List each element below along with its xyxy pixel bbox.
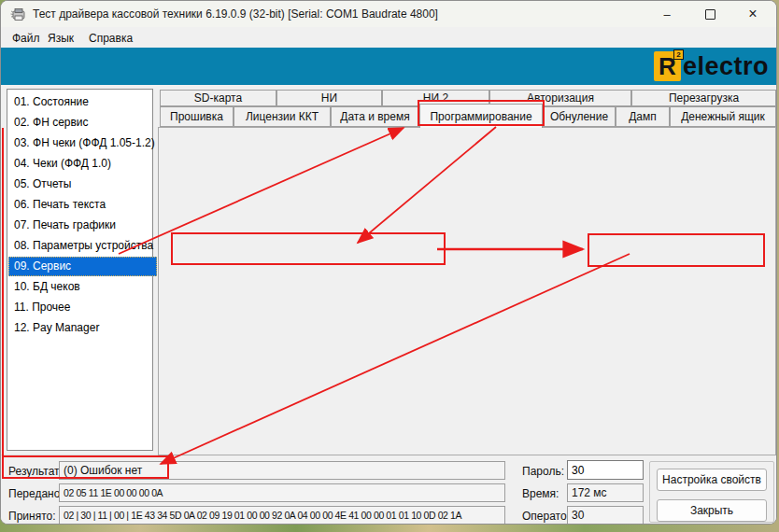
- tab-programming[interactable]: Программирование: [419, 104, 543, 128]
- properties-button[interactable]: Настройка свойств: [657, 469, 767, 491]
- sidebar-item-print-graphics[interactable]: 07. Печать графики: [8, 216, 157, 235]
- brand-banner: R 2 electro: [1, 48, 777, 85]
- sent-field: 02 05 11 1E 00 00 00 0A: [59, 483, 505, 502]
- menu-language[interactable]: Язык: [42, 30, 79, 47]
- sent-label: Передано:: [8, 487, 64, 500]
- minimize-icon: –: [663, 7, 670, 21]
- sidebar-item-reports[interactable]: 05. Отчеты: [8, 175, 157, 194]
- result-label: Результат:: [8, 465, 63, 478]
- tab-reboot[interactable]: Перезагрузка: [631, 90, 776, 106]
- sidebar-item-state[interactable]: 01. Состояние: [8, 92, 157, 112]
- properties-button-label: Настройка свойств: [662, 473, 761, 486]
- tab-date-time[interactable]: Дата и время: [331, 106, 419, 127]
- sidebar-item-fn-checks[interactable]: 03. ФН чеки (ФФД 1.05-1.2): [8, 133, 157, 153]
- menu-file[interactable]: Файл: [7, 30, 46, 47]
- close-app-button-label: Закрыть: [690, 504, 733, 517]
- menu-bar: Файл Язык Справка: [1, 27, 777, 49]
- tab-sd-card[interactable]: SD-карта: [160, 90, 276, 106]
- received-field: 02 | 30 | 11 | 00 | 1E 43 34 5D 0A 02 09…: [59, 506, 505, 525]
- tab-ni[interactable]: НИ: [276, 90, 382, 106]
- title-bar: Тест драйвера кассовой техники 6.19.0.9 …: [1, 1, 777, 27]
- tab-kkt-licenses[interactable]: Лицензии ККТ: [234, 106, 331, 127]
- relectro-logo: R 2 electro: [654, 51, 769, 81]
- maximize-button[interactable]: [688, 1, 731, 27]
- maximize-icon: [705, 9, 715, 20]
- operator-field: 30: [567, 506, 644, 525]
- tab-cash-drawer[interactable]: Денежный ящик: [670, 106, 776, 127]
- mode-list: 01. Состояние 02. ФН сервис 03. ФН чеки …: [7, 89, 153, 451]
- sidebar-item-check-db[interactable]: 10. БД чеков: [8, 277, 157, 297]
- password-label: Пароль:: [522, 465, 564, 478]
- programming-tab-page: [158, 127, 776, 455]
- status-panel: Результат: (0) Ошибок нет Передано: 02 0…: [1, 455, 777, 525]
- app-window: Тест драйвера кассовой техники 6.19.0.9 …: [0, 0, 777, 525]
- sidebar-item-pay-manager[interactable]: 12. Pay Manager: [8, 318, 157, 338]
- received-label: Принято:: [8, 510, 56, 523]
- sidebar-item-print-text[interactable]: 06. Печать текста: [8, 195, 157, 215]
- tab-zeroing[interactable]: Обнуление: [543, 106, 616, 127]
- sidebar-item-checks[interactable]: 04. Чеки (ФФД 1.0): [8, 154, 157, 174]
- sidebar-item-fn-service[interactable]: 02. ФН сервис: [8, 113, 157, 133]
- close-app-button[interactable]: Закрыть: [657, 499, 767, 522]
- time-label: Время:: [522, 487, 559, 500]
- menu-help[interactable]: Справка: [83, 30, 138, 47]
- time-field: 172 мс: [567, 483, 644, 502]
- app-icon: [10, 7, 26, 21]
- minimize-button[interactable]: –: [645, 1, 688, 27]
- result-field: (0) Ошибок нет: [59, 461, 505, 480]
- sidebar-item-other[interactable]: 11. Прочее: [8, 298, 157, 317]
- password-input[interactable]: [567, 460, 644, 480]
- logo-wordmark: electro: [683, 52, 769, 81]
- close-button[interactable]: ×: [731, 1, 774, 27]
- tab-dump[interactable]: Дамп: [616, 106, 670, 127]
- sidebar-item-service[interactable]: 09. Сервис: [8, 257, 157, 276]
- tab-firmware[interactable]: Прошивка: [160, 106, 234, 127]
- window-title: Тест драйвера кассовой техники 6.19.0.9 …: [33, 7, 438, 21]
- close-icon: ×: [748, 6, 757, 22]
- logo-superscript: 2: [673, 49, 684, 60]
- sidebar-item-device-params[interactable]: 08. Параметры устройства: [8, 236, 157, 256]
